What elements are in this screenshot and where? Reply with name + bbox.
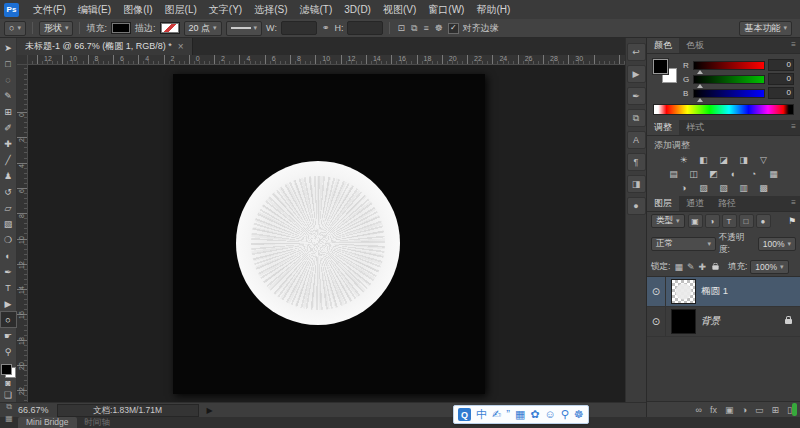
menu-file[interactable]: 文件(F) [27,0,72,19]
document-size-info[interactable]: 文档:1.83M/1.71M [57,404,199,417]
ime-logo-icon[interactable]: Q [458,408,471,421]
lock-transparency-icon[interactable]: ▦ [673,262,684,272]
visibility-cell[interactable]: ⊙ [647,307,666,336]
stroke-width-select[interactable]: 20 点 ▾ [184,21,222,36]
path-alignment-icon[interactable]: ⧉ [410,23,418,34]
filter-type-layers-icon[interactable]: T [722,214,737,228]
user-icon[interactable]: ☺ [545,406,556,423]
tool-preset-picker[interactable]: ○ ▾ [4,21,26,36]
lock-pixels-icon[interactable]: ✎ [686,262,696,272]
levels-icon[interactable]: ◧ [696,154,711,166]
tool-mode-select[interactable]: 形状 ▾ [39,21,74,36]
paragraph-panel-icon[interactable]: ¶ [627,153,646,171]
tab-styles[interactable]: 样式 [679,120,711,135]
stroke-style-select[interactable]: ▾ [226,21,263,36]
timeline-button[interactable]: 时间轴 [85,417,111,428]
height-input[interactable] [347,21,383,35]
invert-icon[interactable]: ◑ [676,182,691,194]
layer-row[interactable]: ⊙椭圆 1 [647,277,800,307]
channel-value[interactable]: 0 [768,59,794,71]
skin-icon[interactable]: ✿ [530,406,539,423]
hand-tool[interactable]: ☛ [1,328,16,343]
mini-bridge-panel-icon[interactable]: ⧉ [6,402,12,412]
zoom-tool[interactable]: ⚲ [1,344,16,359]
panel-menu-icon[interactable]: ≡ [791,196,800,211]
ellipse-tool[interactable]: ○ [1,312,16,327]
clone-source-panel-icon[interactable]: ⧉ [627,109,646,127]
channel-slider[interactable] [693,75,765,84]
properties-panel-icon[interactable]: ◨ [627,175,646,193]
gear-icon[interactable]: ☸ [434,23,444,33]
posterize-icon[interactable]: ▨ [696,182,711,194]
black-white-icon[interactable]: ◩ [706,168,721,180]
zoom-level-field[interactable]: 66.67% [18,405,49,415]
tab-color[interactable]: 颜色 [647,38,679,53]
menu-type[interactable]: 文字(Y) [203,0,248,19]
panel-menu-icon[interactable]: ≡ [791,38,800,53]
layer-thumbnail[interactable] [671,279,696,304]
dodge-tool[interactable]: ◐ [1,248,16,263]
blend-mode-select[interactable]: 正常 ▾ [651,237,716,251]
soft-keyboard-icon[interactable]: ▦ [515,406,525,423]
color-lookup-icon[interactable]: ▦ [766,168,781,180]
eyedropper-tool[interactable]: ✐ [1,120,16,135]
link-dimensions-icon[interactable]: ⚭ [321,23,331,33]
panel-menu-icon[interactable]: ≡ [791,120,800,135]
filter-smart-objects-icon[interactable]: ● [756,214,771,228]
eraser-tool[interactable]: ▱ [1,200,16,215]
new-adjustment-layer-icon[interactable]: ◑ [742,405,747,415]
slider-thumb-icon[interactable] [697,83,703,88]
quick-selection-tool[interactable]: ✎ [1,88,16,103]
timeline-panel-icon[interactable]: ▦ [5,414,13,424]
filter-adjustment-layers-icon[interactable]: ◑ [705,214,720,228]
menu-select[interactable]: 选择(S) [248,0,293,19]
tab-swatches[interactable]: 色板 [679,38,711,53]
lock-all-icon[interactable] [712,265,718,270]
eye-icon[interactable]: ⊙ [652,286,660,297]
fill-swatch[interactable] [111,22,131,34]
brush-tool[interactable]: ╱ [1,152,16,167]
hue-saturation-icon[interactable]: ▤ [666,168,681,180]
color-balance-icon[interactable]: ◫ [686,168,701,180]
crop-tool[interactable]: ⊞ [1,104,16,119]
gradient-map-icon[interactable]: ▥ [736,182,751,194]
menu-3d[interactable]: 3D(D) [338,0,377,19]
menu-filter[interactable]: 滤镜(T) [294,0,339,19]
vibrance-icon[interactable]: ▽ [756,154,771,166]
info-panel-icon[interactable]: ● [627,197,646,215]
opacity-select[interactable]: 100% ▾ [758,237,796,251]
layer-style-icon[interactable]: fx [710,405,717,415]
tab-paths[interactable]: 路径 [711,196,743,211]
selective-color-icon[interactable]: ▩ [756,182,771,194]
curves-icon[interactable]: ◪ [716,154,731,166]
stroke-swatch[interactable] [160,22,180,34]
exposure-icon[interactable]: ◨ [736,154,751,166]
menu-view[interactable]: 视图(V) [377,0,422,19]
tab-channels[interactable]: 通道 [679,196,711,211]
new-group-icon[interactable]: ▭ [755,405,764,415]
screen-mode-button[interactable]: ❏ [1,390,16,401]
width-input[interactable] [281,21,317,35]
workspace-switcher-button[interactable]: 基本功能 ▾ [739,21,792,36]
channel-mixer-icon[interactable]: ◔ [746,168,761,180]
fg-bg-swatches[interactable] [653,59,677,83]
add-layer-mask-icon[interactable]: ▣ [725,405,734,415]
move-tool[interactable]: ➤ [1,40,16,55]
menu-image[interactable]: 图像(I) [117,0,158,19]
slider-thumb-icon[interactable] [697,69,703,74]
menu-layer[interactable]: 图层(L) [159,0,203,19]
slider-thumb-icon[interactable] [697,97,703,102]
lock-position-icon[interactable]: ✚ [697,262,707,272]
link-layers-icon[interactable]: ∞ [696,405,702,415]
channel-value[interactable]: 0 [768,73,794,85]
photo-filter-icon[interactable]: ◐ [726,168,741,180]
foreground-color-swatch[interactable] [1,364,12,375]
channel-value[interactable]: 0 [768,87,794,99]
path-arrangement-icon[interactable]: ≡ [422,23,429,33]
document-tab[interactable]: 未标题-1 @ 66.7% (椭圆 1, RGB/8) * × [17,38,193,55]
pen-tool[interactable]: ✒ [1,264,16,279]
type-tool[interactable]: T [1,280,16,295]
eye-icon[interactable]: ⊙ [652,316,660,327]
layer-row[interactable]: ⊙背景 [647,307,800,337]
layer-filter-kind-select[interactable]: 类型 ▾ [651,214,685,228]
